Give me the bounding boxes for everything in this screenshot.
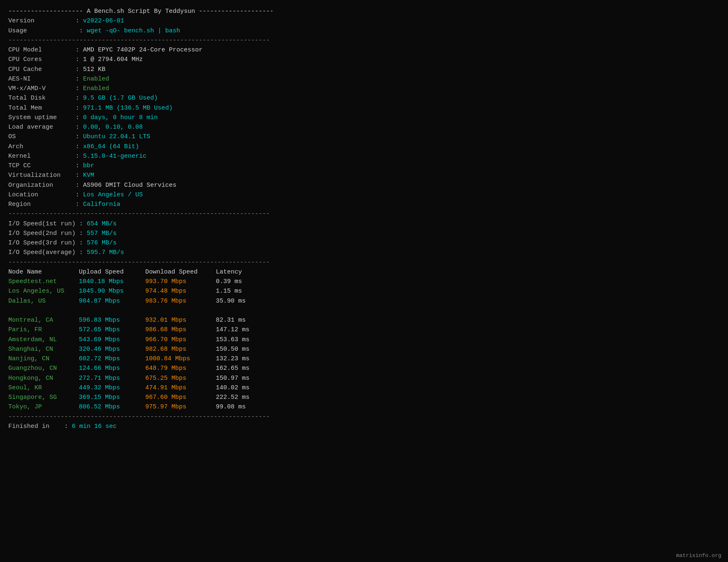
network-download: 982.68 Mbps: [145, 345, 216, 354]
network-node: Guangzhou, CN: [8, 364, 79, 373]
network-node: Tokyo, JP: [8, 402, 79, 412]
cpu-cores-line: CPU Cores : 1 @ 2794.604 MHz: [8, 55, 324, 64]
network-upload: 124.66 Mbps: [79, 364, 145, 373]
network-node: Amsterdam, NL: [8, 335, 79, 345]
arch-line: Arch : x86_64 (64 Bit): [8, 142, 324, 151]
io-run2-line: I/O Speed(2nd run) : 557 MB/s: [8, 229, 324, 238]
kernel-line: Kernel : 5.15.0-41-generic: [8, 151, 324, 161]
io-run1-line: I/O Speed(1st run) : 654 MB/s: [8, 219, 324, 229]
uptime-line: System uptime : 0 days, 0 hour 8 min: [8, 113, 324, 122]
network-row: Tokyo, JP806.52 Mbps975.97 Mbps99.08 ms: [8, 402, 324, 412]
io-run2-value: 557 MB/s: [87, 230, 117, 237]
vm-value: Enabled: [83, 85, 109, 92]
footer-text: matrixinfo.org: [676, 552, 721, 559]
network-node: Shanghai, CN: [8, 345, 79, 354]
divider-3: ----------------------------------------…: [8, 258, 324, 267]
network-latency: 147.12 ms: [216, 326, 249, 333]
org-line: Organization : AS906 DMIT Cloud Services: [8, 181, 324, 190]
network-upload: 320.46 Mbps: [79, 345, 145, 354]
network-node: Paris, FR: [8, 325, 79, 335]
network-latency: 162.65 ms: [216, 365, 249, 372]
finished-value: 6 min 16 sec: [72, 423, 117, 430]
kernel-value: 5.15.0-41-generic: [83, 153, 147, 160]
io-avg-line: I/O Speed(average) : 595.7 MB/s: [8, 248, 324, 257]
network-node: Speedtest.net: [8, 277, 79, 286]
network-row: Dallas, US984.87 Mbps983.76 Mbps35.90 ms: [8, 296, 324, 306]
network-node: Dallas, US: [8, 296, 79, 306]
network-download: 993.70 Mbps: [145, 277, 216, 286]
vm-line: VM-x/AMD-V : Enabled: [8, 84, 324, 93]
network-node: Seoul, KR: [8, 383, 79, 393]
network-row: Shanghai, CN320.46 Mbps982.68 Mbps150.50…: [8, 345, 324, 354]
network-download: 986.68 Mbps: [145, 325, 216, 335]
network-row: Singapore, SG369.15 Mbps967.60 Mbps222.5…: [8, 393, 324, 402]
tcp-line: TCP CC : bbr: [8, 161, 324, 171]
network-upload: 543.69 Mbps: [79, 335, 145, 345]
io-run1-value: 654 MB/s: [87, 220, 117, 227]
network-header: Node NameUpload SpeedDownload SpeedLaten…: [8, 267, 324, 277]
region-value: California: [83, 201, 120, 208]
virt-line: Virtualization : KVM: [8, 171, 324, 180]
network-latency: 99.08 ms: [216, 403, 246, 411]
usage-value: wget -qO- bench.sh | bash: [87, 27, 180, 34]
download-header: Download Speed: [145, 267, 216, 277]
network-upload: 1045.90 Mbps: [79, 286, 145, 296]
network-row: Hongkong, CN272.71 Mbps675.25 Mbps150.97…: [8, 374, 324, 383]
network-upload: 984.87 Mbps: [79, 296, 145, 306]
network-latency: 153.63 ms: [216, 336, 249, 343]
version-label: Version: [8, 17, 34, 24]
os-value: Ubuntu 22.04.1 LTS: [83, 133, 150, 140]
network-upload: 272.71 Mbps: [79, 374, 145, 383]
version-line: Version : v2022-06-01: [8, 16, 324, 26]
uptime-value: 0 days, 0 hour 8 min: [83, 114, 158, 121]
load-value: 0.00, 0.10, 0.08: [83, 124, 143, 131]
latency-header: Latency: [216, 269, 242, 276]
org-value: AS906 DMIT Cloud Services: [83, 182, 176, 189]
region-line: Region : California: [8, 200, 324, 209]
loc-value: Los Angeles / US: [83, 191, 143, 198]
network-node: Hongkong, CN: [8, 374, 79, 383]
network-upload: 449.32 Mbps: [79, 383, 145, 393]
network-node: Singapore, SG: [8, 393, 79, 402]
network-download: 1000.84 Mbps: [145, 354, 216, 364]
network-node: Nanjing, CN: [8, 354, 79, 364]
network-latency: 35.90 ms: [216, 298, 246, 305]
mem-value: 971.1 MB (136.5 MB Used): [83, 105, 173, 112]
header-title: -------------------- A Bench.sh Script B…: [8, 7, 324, 16]
network-latency: 150.50 ms: [216, 346, 249, 353]
network-download: 932.01 Mbps: [145, 315, 216, 325]
network-row: Los Angeles, US1045.90 Mbps974.48 Mbps1.…: [8, 286, 324, 296]
network-row: Speedtest.net1040.18 Mbps993.70 Mbps0.39…: [8, 277, 324, 286]
io-avg-value: 595.7 MB/s: [87, 249, 124, 256]
cpu-cache-line: CPU Cache : 512 KB: [8, 65, 324, 74]
network-download: 975.97 Mbps: [145, 402, 216, 412]
version-value: v2022-06-01: [83, 17, 124, 24]
mem-line: Total Mem : 971.1 MB (136.5 MB Used): [8, 103, 324, 113]
network-latency: 1.15 ms: [216, 288, 242, 295]
network-latency: 132.23 ms: [216, 355, 249, 362]
network-download: 675.25 Mbps: [145, 374, 216, 383]
network-latency: 140.02 ms: [216, 384, 249, 391]
load-line: Load average : 0.00, 0.10, 0.08: [8, 122, 324, 132]
divider-2: ----------------------------------------…: [8, 209, 324, 219]
network-row: Paris, FR572.65 Mbps986.68 Mbps147.12 ms: [8, 325, 324, 335]
network-latency: 0.39 ms: [216, 278, 242, 285]
node-header: Node Name: [8, 267, 79, 277]
network-row: Nanjing, CN602.72 Mbps1000.84 Mbps132.23…: [8, 354, 324, 364]
network-download: 648.79 Mbps: [145, 364, 216, 373]
aes-line: AES-NI : Enabled: [8, 74, 324, 84]
io-run3-line: I/O Speed(3rd run) : 576 MB/s: [8, 238, 324, 248]
terminal-output: -------------------- A Bench.sh Script B…: [8, 7, 324, 431]
cpu-model-value: AMD EPYC 7402P 24-Core Processor: [83, 46, 203, 54]
upload-header: Upload Speed: [79, 267, 145, 277]
os-line: OS : Ubuntu 22.04.1 LTS: [8, 132, 324, 142]
tcp-value: bbr: [83, 162, 94, 169]
network-upload: 596.83 Mbps: [79, 315, 145, 325]
network-download: 967.60 Mbps: [145, 393, 216, 402]
network-download: 966.70 Mbps: [145, 335, 216, 345]
network-node: Los Angeles, US: [8, 286, 79, 296]
network-upload: 1040.18 Mbps: [79, 277, 145, 286]
network-upload: 572.65 Mbps: [79, 325, 145, 335]
aes-value: Enabled: [83, 76, 109, 83]
network-node: Montreal, CA: [8, 315, 79, 325]
